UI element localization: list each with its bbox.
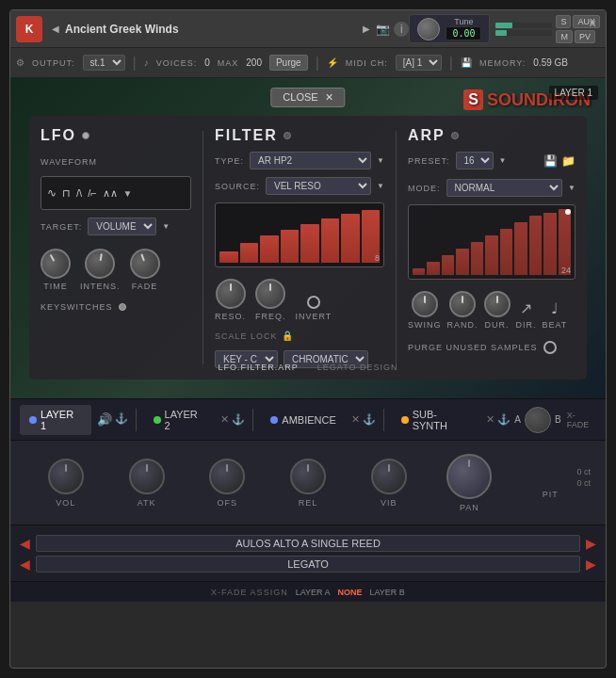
next-arrow[interactable]: ▶: [361, 22, 372, 36]
mode-label: MODE:: [408, 184, 441, 193]
waveform-display: ∿ ⊓ /\ /⌐ ∧∧ ▼: [41, 176, 191, 210]
dir-icon[interactable]: ↗: [520, 299, 532, 317]
close-window-button[interactable]: ×: [583, 14, 602, 33]
source-select[interactable]: VEL RESO: [266, 177, 371, 195]
sample-next-1[interactable]: ▶: [586, 536, 596, 551]
triangle-wave[interactable]: /\: [76, 187, 82, 199]
pan-knob[interactable]: [446, 454, 492, 499]
m-button[interactable]: M: [556, 30, 573, 43]
ofs-item: OFS: [186, 459, 267, 508]
beat-icon: ♩: [551, 299, 559, 317]
time-knob[interactable]: [35, 243, 76, 284]
xfade-knob[interactable]: [525, 407, 551, 433]
preset-select[interactable]: 16: [456, 152, 494, 170]
purge-button[interactable]: Purge: [269, 55, 308, 71]
filter-led[interactable]: [284, 132, 291, 139]
layer1-btn[interactable]: LAYER 1: [20, 405, 91, 435]
ambience-mute-icon[interactable]: ✕: [351, 413, 360, 426]
layer2-mute-icon[interactable]: ✕: [220, 413, 229, 426]
bottom-tabs: LFO.FILTER.ARP LEGATO DESIGN: [29, 363, 587, 372]
camera-icon[interactable]: 📷: [376, 23, 390, 36]
purge-unused-btn[interactable]: [543, 341, 557, 354]
sample-prev-1[interactable]: ◀: [20, 536, 30, 551]
sample-next-2[interactable]: ▶: [586, 557, 596, 572]
swing-knob[interactable]: [412, 291, 438, 317]
ofs-knob[interactable]: [209, 459, 245, 494]
target-select[interactable]: VOLUME: [88, 218, 156, 235]
keyswitches-label: KEYSWITCHES: [41, 302, 113, 312]
layer-sep-3: [383, 409, 384, 431]
subsynth-mute-icon[interactable]: ✕: [486, 413, 494, 426]
reso-knob[interactable]: [216, 279, 246, 309]
subsynth-link-icon[interactable]: ⚓: [497, 413, 511, 426]
swing-knob-group: SWING: [408, 291, 442, 330]
subsynth-btn[interactable]: SUB-SYNTH: [392, 405, 481, 435]
scale-lock-label: SCALE LOCK: [215, 331, 278, 341]
type-arrow: ▼: [377, 156, 384, 165]
vol-knob[interactable]: [48, 459, 84, 494]
s-button[interactable]: S: [556, 15, 571, 28]
atk-knob[interactable]: [129, 459, 165, 494]
layer2-btn[interactable]: LAYER 2: [144, 405, 216, 435]
wave-arrow[interactable]: ▼: [123, 188, 133, 199]
dir-label: DIR.: [516, 320, 537, 330]
atk-item: ATK: [106, 459, 187, 508]
vib-knob[interactable]: [371, 459, 407, 494]
rel-item: REL: [267, 459, 349, 508]
folder-arp-icon[interactable]: 📁: [561, 154, 575, 168]
pan-label: PAN: [460, 503, 479, 512]
tab-legato-design[interactable]: LEGATO DESIGN: [317, 363, 398, 372]
invert-button[interactable]: [307, 296, 320, 309]
square-wave[interactable]: ⊓: [62, 187, 71, 200]
panel-sections: LFO WAVEFORM ∿ ⊓ /\ /⌐ ∧∧ ▼: [41, 127, 575, 368]
layer-bar: LAYER 1 🔊 ⚓ LAYER 2 ✕ ⚓ AMBIENCE ✕ ⚓ SUB…: [10, 398, 606, 440]
rand-knob[interactable]: [449, 291, 476, 317]
intens-knob[interactable]: [83, 246, 118, 281]
xfade-ab: A B: [514, 407, 560, 433]
output-select[interactable]: st.1: [83, 55, 125, 71]
freq-knob[interactable]: [255, 279, 285, 309]
layer1-link-icon[interactable]: ⚓: [115, 412, 128, 427]
type-label: TYPE:: [215, 156, 244, 166]
ambience-btn[interactable]: AMBIENCE: [261, 411, 345, 429]
ramp-wave[interactable]: ∧∧: [103, 187, 118, 200]
prev-arrow[interactable]: ◀: [50, 22, 61, 36]
arp-led[interactable]: [451, 132, 459, 139]
save-arp-icon[interactable]: 💾: [543, 154, 558, 168]
midi-select[interactable]: [A] 1: [396, 55, 442, 71]
lfo-led[interactable]: [82, 132, 89, 139]
eq-bar-5: [300, 224, 319, 263]
layer1-icons: 🔊 ⚓: [97, 412, 128, 427]
arp-bar-4: [456, 249, 468, 275]
source-arrow: ▼: [377, 182, 384, 190]
target-label: TARGET:: [41, 222, 82, 232]
info-icon[interactable]: i: [394, 22, 409, 37]
sawtooth-wave[interactable]: /⌐: [88, 187, 96, 199]
xfade-a-label: A: [514, 414, 521, 425]
divider-filter-arp: [396, 131, 397, 364]
arp-bar-8: [514, 222, 527, 275]
keyswitches-led[interactable]: [119, 303, 126, 311]
close-panel-button[interactable]: CLOSE ✕: [270, 88, 345, 107]
tune-knob[interactable]: [417, 18, 440, 40]
invert-label: INVERT: [296, 312, 332, 321]
sample-prev-2[interactable]: ◀: [20, 557, 30, 572]
layer-sep-2: [252, 409, 253, 431]
layer2-dot: [154, 416, 161, 424]
main-area: S SOUNDIRON CLOSE ✕ LAYER 1 LFO: [10, 78, 606, 398]
tab-lfo-filter-arp[interactable]: LFO.FILTER.ARP: [218, 363, 298, 372]
mode-select[interactable]: NORMAL: [446, 179, 563, 197]
lock-icon: 🔒: [282, 331, 293, 341]
dur-knob[interactable]: [484, 291, 511, 317]
divider-lfo-filter: [203, 131, 203, 364]
fade-knob[interactable]: [125, 244, 164, 282]
layer1-speaker-icon[interactable]: 🔊: [97, 412, 112, 427]
layer1-badge: LAYER 1: [549, 86, 598, 100]
sine-wave[interactable]: ∿: [47, 186, 57, 200]
layer2-link-icon[interactable]: ⚓: [232, 413, 245, 426]
type-select[interactable]: AR HP2: [250, 152, 371, 170]
arp-number: 24: [561, 266, 571, 275]
ambience-link-icon[interactable]: ⚓: [363, 413, 376, 426]
rel-knob[interactable]: [290, 459, 326, 494]
fade-label: FADE: [132, 282, 158, 291]
